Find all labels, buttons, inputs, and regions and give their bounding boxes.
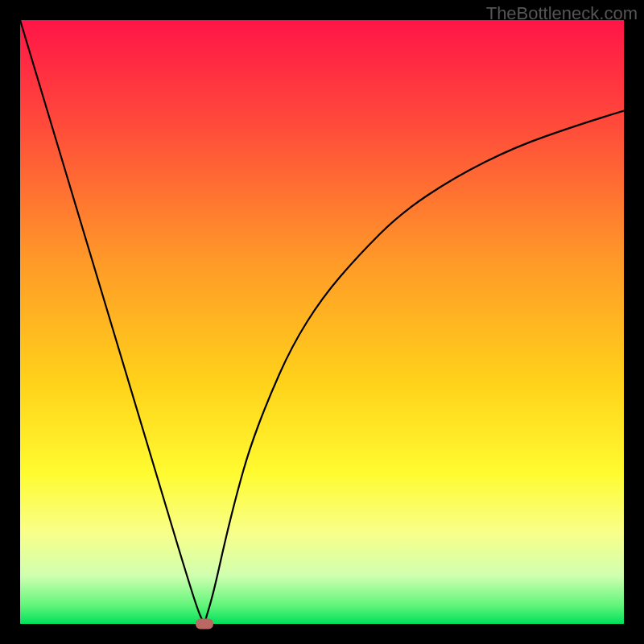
watermark-text: TheBottleneck.com xyxy=(486,3,638,24)
right-branch-curve xyxy=(204,111,624,625)
plot-area xyxy=(20,20,624,624)
chart-container: TheBottleneck.com xyxy=(0,0,644,644)
minimum-marker xyxy=(196,619,213,630)
left-branch-curve xyxy=(20,20,204,624)
curve-layer xyxy=(20,20,624,624)
